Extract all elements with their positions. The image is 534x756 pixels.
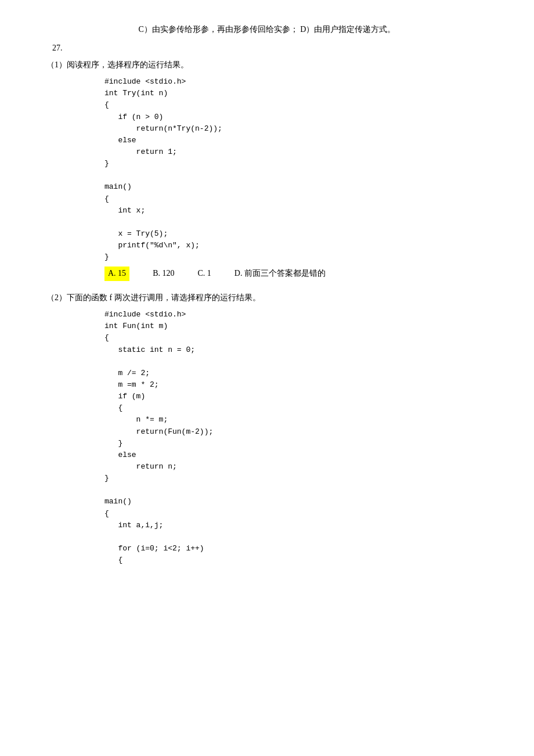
sub-question-2: （2）下面的函数 f 两次进行调用，请选择程序的运行结果。 [46,291,499,304]
header-line: C）由实参传给形参，再由形参传回给实参； D）由用户指定传递方式。 [35,23,499,36]
answer-option: B. 120 [153,267,174,280]
code-block-2: #include <stdio.h> int Fun(int m) { stat… [104,309,499,566]
answer-line-1: A. 15B. 120C. 1D. 前面三个答案都是错的 [104,267,499,280]
sub-question-1: （1）阅读程序，选择程序的运行结果。 [46,59,499,71]
question-number: 27. [52,42,499,55]
code-block-1: #include <stdio.h> int Try(int n) { if (… [104,76,499,263]
answer-option: C. 1 [197,267,211,280]
answer-option: D. 前面三个答案都是错的 [234,267,326,280]
answer-option: A. 15 [104,267,129,280]
